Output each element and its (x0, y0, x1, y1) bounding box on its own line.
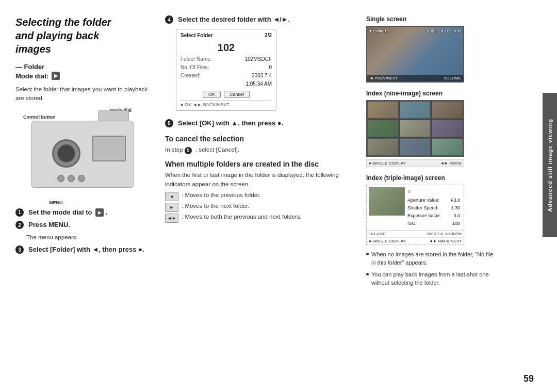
triple-top-row: ⊙ Aperture Value: F3.8 Shutter Speed: 1:… (367, 185, 464, 230)
triple-footer-left: ● SINGLE DISPLAY (369, 239, 406, 243)
triple-aperture-row: Aperture Value: F3.8 (407, 197, 460, 204)
multiple-folders-title: When multiple folders are created in the… (165, 160, 353, 168)
step-3-text: Select [Folder] with ◄, then press ●. (28, 246, 144, 253)
camera-screen (92, 136, 126, 161)
aperture-label: Aperture Value: (407, 197, 439, 204)
sfb-footer: ● OK ◄► BACK/NEXT (181, 100, 272, 107)
index-nine-footer-right: ◄► MOVE (440, 161, 462, 166)
sfb-created-time: 1:05:34 AM (245, 80, 272, 88)
sfb-ok-btn[interactable]: OK (203, 91, 221, 98)
grid-cell-7 (367, 138, 399, 156)
step-4-number: 4 (165, 15, 173, 24)
ctrl-btn-2 (68, 175, 75, 182)
folder-item-1-text: : Moves to the previous folder. (182, 192, 260, 198)
bullet-notes: When no images are stored in the folder,… (366, 250, 498, 287)
sfb-cancel-btn[interactable]: Cancel (224, 91, 250, 98)
step-1: 1 Set the mode dial to . (15, 208, 150, 217)
step-4-content: Select the desired folder with ◄/►. (178, 15, 353, 23)
triple-main-img (369, 187, 405, 216)
step-5: 5 Select [OK] with ▲, then press ●. (165, 119, 353, 127)
sfb-buttons: OK Cancel (181, 91, 272, 98)
step-5-content: Select [OK] with ▲, then press ●. (178, 119, 353, 127)
sfb-folder-name-label: Folder Name: (181, 55, 212, 63)
grid-cell-4 (367, 120, 399, 137)
section-title: Selecting the folder and playing back im… (15, 15, 150, 56)
exposure-value: 0.0 (453, 212, 460, 220)
step-5-number: 5 (165, 119, 173, 127)
both-folder-icon: ◄► (165, 214, 178, 223)
sfb-row-name: Folder Name: 102MSDCF (181, 55, 272, 63)
step-2-number: 2 (15, 221, 24, 229)
step-5-text: Select [OK] with ▲, then press ●. (178, 119, 283, 127)
triple-screen-footer: ● SINGLE DISPLAY ◄► BACK/NEXT (367, 237, 464, 244)
note-1-text: When no images are stored in the folder,… (371, 250, 495, 267)
multiple-folders-desc: When the first or last image in the fold… (165, 171, 353, 189)
sfb-header: Select Folder 2/2 (181, 32, 272, 40)
right-column: Single screen 101-0001 2003 7 4 10:30PM … (361, 0, 505, 392)
shutter-label: Shutter Speed: (407, 204, 438, 212)
index-nine-footer-left: ● SINGLE DISPLAY (369, 161, 406, 166)
step-2-text: Press MENU. (28, 221, 70, 228)
sfb-files-label: No. Of Files: (181, 63, 209, 72)
step-1-text: Set the mode dial to (28, 208, 94, 216)
middle-column: 4 Select the desired folder with ◄/►. Se… (160, 0, 361, 392)
step-4-text: Select the desired folder with ◄/►. (178, 15, 290, 23)
step-2-sub: The menu appears. (26, 233, 150, 241)
side-tab: Advanced still image viewing (543, 93, 557, 237)
single-screen-top-info: 101-0001 (369, 29, 387, 34)
triple-shutter-row: Shutter Speed: 1:30 (407, 204, 460, 212)
step-3-number: 3 (15, 246, 24, 254)
camera-lens (52, 139, 80, 168)
sfb-created-label: Created: (181, 72, 200, 80)
step-4: 4 Select the desired folder with ◄/►. (165, 15, 353, 24)
single-screen-title: Single screen (366, 15, 498, 23)
select-folder-box: Select Folder 2/2 102 Folder Name: 102MS… (176, 29, 276, 111)
cancel-text-1: In step (165, 146, 183, 153)
cancel-section-text: In step 5 , select [Cancel]. (165, 145, 353, 155)
triple-footer-right: ◄► BACK/NEXT (429, 239, 462, 243)
camera-diagram: Control button Mode dial MENU (21, 110, 144, 198)
folder-item-2-text: : Moves to the next folder. (182, 203, 250, 209)
page-container: Selecting the folder and playing back im… (0, 0, 557, 392)
ctrl-btn-1 (57, 175, 64, 182)
grid-cell-5 (400, 120, 431, 137)
mode-dial-label: Mode dial: (15, 72, 48, 80)
triple-info-icon: ⊙ (407, 188, 460, 195)
page-number: 59 (523, 373, 534, 384)
bullet-dot-2 (366, 273, 369, 275)
index-triple-title: Index (triple-image) screen (366, 174, 498, 182)
sfb-folder-num: 102 (181, 42, 272, 54)
exposure-label: Exposure Value: (407, 212, 441, 220)
step-3: 3 Select [Folder] with ◄, then press ●. (15, 246, 150, 254)
grid-cell-9 (432, 138, 463, 156)
sfb-files-value: 0 (269, 63, 272, 72)
sfb-row-files: No. Of Files: 0 (181, 63, 272, 72)
triple-footer: 101-0001 2003 7 4 10:30PM (367, 230, 464, 237)
triple-iso-row: ISO: 100 (407, 220, 460, 227)
single-screen-image: 101-0001 2003 7 4 10:30PM ◄ PREV/NEXT VO… (366, 26, 464, 83)
iso-label: ISO: (407, 220, 417, 227)
index-nine-title: Index (nine-image) screen (366, 90, 498, 97)
grid-cell-8 (400, 138, 431, 156)
step-1-number: 1 (15, 208, 24, 217)
description-text: Select the folder that images you want t… (15, 85, 150, 103)
camera-body (31, 121, 134, 188)
aperture-value: F3.8 (451, 197, 460, 204)
camera-controls (57, 175, 85, 182)
step-3-content: Select [Folder] with ◄, then press ●. (28, 246, 150, 253)
prev-folder-icon: ◄ (165, 192, 178, 201)
single-screen-date: 2003 7 4 10:30PM (428, 29, 461, 34)
grid-cell-6 (432, 120, 463, 137)
mode-dial-line: Mode dial: (15, 72, 150, 80)
step-2-content: Press MENU. (28, 221, 150, 228)
cancel-text-2: , select [Cancel]. (195, 146, 239, 153)
shutter-value: 1:30 (451, 204, 460, 212)
grid-cell-3 (432, 101, 463, 119)
folder-icon-item-2: ► : Moves to the next folder. (165, 203, 353, 212)
sfb-row-created: Created: 2003 7 4 (181, 72, 272, 80)
sfb-folder-name-value: 102MSDCF (245, 55, 272, 63)
sfb-title: Select Folder (181, 32, 213, 38)
triple-screen: ⊙ Aperture Value: F3.8 Shutter Speed: 1:… (366, 185, 464, 245)
triple-exposure-row: Exposure Value: 0.0 (407, 212, 460, 220)
note-1: When no images are stored in the folder,… (366, 250, 495, 267)
